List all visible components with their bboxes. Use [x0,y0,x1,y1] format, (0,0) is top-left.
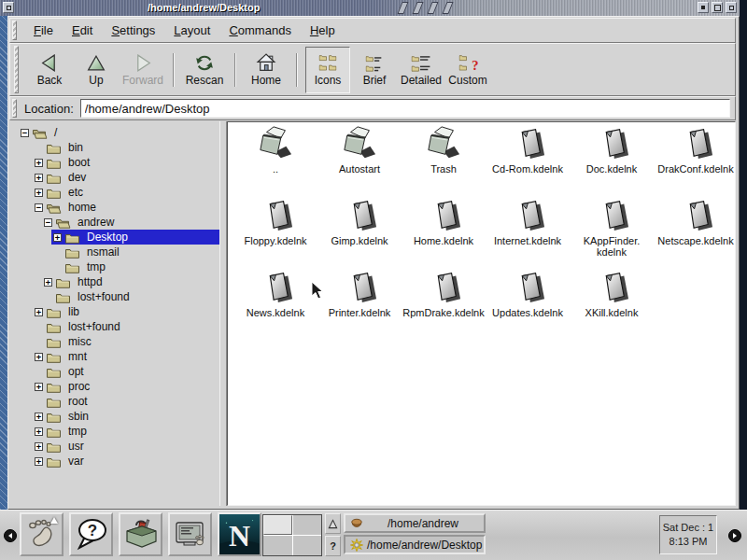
pager-desktop-1[interactable] [263,515,292,535]
tree-expander-plus[interactable]: + [53,233,62,242]
desktop-file-autostart[interactable]: Autostart [317,125,402,179]
view-brief-button[interactable]: Brief [352,47,397,93]
tree-item-lost-found[interactable]: lost+found [9,289,219,304]
tree-item-desktop[interactable]: +Desktop [9,230,219,245]
taskbar-entry-home-andrew-desktop[interactable]: /home/andrew/Desktop [344,535,486,554]
tree-item-bin[interactable]: bin [9,140,219,155]
panel-hide-right-button[interactable] [728,529,741,542]
terminal-button[interactable] [168,512,212,556]
tree-item-mnt[interactable]: +mnt [9,349,219,364]
tree-item-dev[interactable]: +dev [9,170,219,185]
icon-view[interactable]: ..AutostartTrashCd-Rom.kdelnkDoc.kdelnkD… [227,121,736,506]
panel-clock[interactable]: Sat Dec : 1 8:13 PM [659,515,717,554]
tree-expander-minus[interactable]: − [35,203,43,212]
tree-item-var[interactable]: +var [9,454,219,469]
desktop-file-root[interactable]: .. [233,125,317,179]
taskbar-entry-home-andrew[interactable]: /home/andrew [344,513,486,533]
location-input[interactable] [80,99,730,118]
panel-hide-left-button[interactable] [4,529,17,542]
tree-expander-plus[interactable]: + [35,457,43,466]
desktop-file-drakconf-kdelnk[interactable]: DrakConf.kdelnk [654,125,736,179]
tree-item-boot[interactable]: +boot [9,155,219,170]
desktop-file-doc-kdelnk[interactable]: Doc.kdelnk [570,125,654,179]
tree-item-home[interactable]: −home [9,200,219,215]
close-button[interactable] [726,2,737,13]
rescan-button[interactable]: Rescan [182,47,227,93]
tree-item-proc[interactable]: +proc [9,379,219,394]
desktop-file-netscape-kdelnk[interactable]: Netscape.kdelnk [654,197,736,251]
help-button[interactable] [69,512,113,556]
tree-item-label: lib [65,305,82,318]
tree-expander-plus[interactable]: + [35,442,43,451]
desktop-file-home-kdelnk[interactable]: Home.kdelnk [402,197,486,251]
menu-item-settings[interactable]: Settings [102,19,164,42]
tree-item-misc[interactable]: misc [9,334,219,349]
titlebar[interactable]: /home/andrew/Desktop [0,0,740,16]
up-button[interactable]: Up [74,47,119,93]
clock-time: 8:13 PM [669,535,708,549]
tree-expander-plus[interactable]: + [35,413,43,421]
forward-button[interactable]: Forward [120,47,165,93]
desktop-file-xkill-kdelnk[interactable]: XKill.kdelnk [570,269,654,323]
view-icons-button[interactable]: Icons [305,47,350,93]
menu-item-commands[interactable]: Commands [219,19,300,42]
desktop-file-internet-kdelnk[interactable]: Internet.kdelnk [486,197,570,251]
panel-help-button[interactable]: ? [325,536,341,556]
desktop-file-updates-kdelnk[interactable]: Updates.kdelnk [486,269,570,323]
k-menu-button[interactable] [20,512,63,556]
view-custom-button[interactable]: Custom [445,47,490,93]
desktop-file-floppy-kdelnk[interactable]: Floppy.kdelnk [233,197,317,251]
tree-item-usr[interactable]: +usr [9,439,219,454]
tree-item-tmp[interactable]: tmp [9,259,219,274]
locationbar-grip-handle[interactable] [12,99,17,118]
tree-item-lost-found[interactable]: lost+found [9,319,219,334]
view-detailed-button[interactable]: Detailed [399,47,444,93]
toolbox-button[interactable] [119,512,162,556]
tree-expander-plus[interactable]: + [35,159,43,167]
tree-item-etc[interactable]: +etc [9,185,219,200]
tree-expander-plus[interactable]: + [44,278,52,287]
pager-desktop-4[interactable] [293,536,322,555]
desktop-file-cd-rom-kdelnk[interactable]: Cd-Rom.kdelnk [486,125,570,179]
home-button[interactable]: Home [244,47,289,93]
netscape-button[interactable] [218,512,261,556]
tree-item-httpd[interactable]: +httpd [9,274,219,289]
tree-item-sbin[interactable]: +sbin [9,409,219,424]
tree-expander-plus[interactable]: + [35,383,43,391]
pager-desktop-2[interactable] [293,515,322,535]
tree-item-root[interactable]: root [9,394,219,409]
tree-expander-plus[interactable]: + [35,308,43,316]
panel-splitter[interactable] [219,121,227,506]
tree-item-andrew[interactable]: −andrew [9,215,219,230]
tree-expander-plus[interactable]: + [35,427,43,436]
tree-item-opt[interactable]: opt [9,364,219,379]
menu-item-file[interactable]: File [24,19,63,42]
desktop-file-gimp-kdelnk[interactable]: Gimp.kdelnk [317,197,402,251]
pager-desktop-3[interactable] [263,536,292,555]
sticky-button[interactable] [3,2,14,13]
desktop-file-printer-kdelnk[interactable]: Printer.kdelnk [317,269,402,323]
tree-item-nsmail[interactable]: nsmail [9,245,219,259]
tree-expander-plus[interactable]: + [35,353,43,361]
tree-item-lib[interactable]: +lib [9,304,219,319]
desktop-file-kappfinder-kdelnk[interactable]: KAppFinder. kdelnk [570,197,654,251]
menubar-grip-handle[interactable] [12,21,17,40]
desktop-pager[interactable] [262,514,322,556]
menu-item-help[interactable]: Help [301,19,345,42]
desktop-file-rpmdrake-kdelnk[interactable]: RpmDrake.kdelnk [402,269,486,323]
panel-collapse-button[interactable] [325,513,341,534]
tree-expander-plus[interactable]: + [35,174,43,182]
maximize-button[interactable] [712,2,723,13]
toolbar-grip-handle[interactable] [14,46,19,93]
minimize-button[interactable] [698,2,709,13]
tree-expander-minus[interactable]: − [44,218,52,227]
desktop-file-news-kdelnk[interactable]: News.kdelnk [233,269,317,323]
menu-item-edit[interactable]: Edit [63,19,102,42]
menu-item-layout[interactable]: Layout [164,19,219,42]
tree-expander-minus[interactable]: − [21,129,29,137]
back-button[interactable]: Back [27,47,72,93]
tree-item-tmp[interactable]: +tmp [9,424,219,439]
desktop-file-trash[interactable]: Trash [402,125,486,179]
tree-expander-plus[interactable]: + [35,189,43,197]
tree-item-root[interactable]: −/ [9,125,219,140]
